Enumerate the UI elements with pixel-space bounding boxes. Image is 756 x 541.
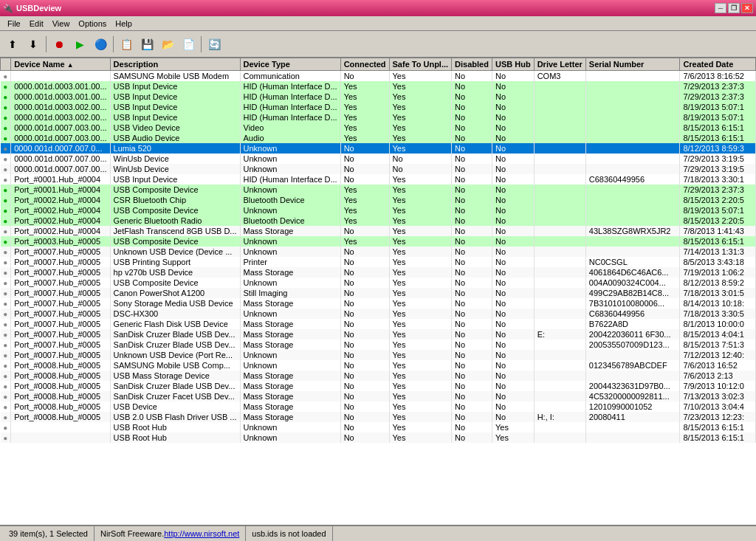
cell-device-type: HID (Human Interface D... <box>240 174 340 185</box>
menu-file[interactable]: File <box>3 18 25 30</box>
col-serial-number[interactable]: Serial Number <box>585 58 680 71</box>
cell-serial-number <box>585 422 680 433</box>
table-row[interactable]: ●Port_#0002.Hub_#0004JetFlash Transcend … <box>1 226 756 236</box>
table-row[interactable]: ●Port_#0007.Hub_#0005SanDisk Cruzer Blad… <box>1 340 756 350</box>
cell-drive-letter <box>534 309 585 319</box>
table-row[interactable]: ●Port_#0008.Hub_#0005SAMSUNG Mobile USB … <box>1 360 756 371</box>
table-row[interactable]: ●Port_#0007.Hub_#0005Unknown USB Device … <box>1 350 756 360</box>
row-icon: ● <box>1 205 11 216</box>
table-row[interactable]: ●Port_#0003.Hub_#0005USB Composite Devic… <box>1 236 756 247</box>
menu-help[interactable]: Help <box>111 18 137 30</box>
minimize-button[interactable]: ─ <box>715 3 726 13</box>
table-row[interactable]: ●Port_#0001.Hub_#0004USB Composite Devic… <box>1 185 756 195</box>
col-device-type[interactable]: Device Type <box>240 58 340 71</box>
table-row[interactable]: ●SAMSUNG Mobile USB ModemCommunicationNo… <box>1 71 756 82</box>
table-row[interactable]: ●Port_#0002.Hub_#0004Generic Bluetooth R… <box>1 216 756 226</box>
cell-created-date: 7/8/2013 1:41:43 <box>680 226 756 236</box>
tb-btn-9[interactable]: 📄 <box>179 35 198 54</box>
col-description[interactable]: Description <box>110 58 240 71</box>
table-row[interactable]: ●Port_#0007.Hub_#0005hp v270b USB Device… <box>1 267 756 278</box>
tb-btn-5[interactable]: 🔵 <box>91 35 110 54</box>
menu-view[interactable]: View <box>48 18 75 30</box>
table-container[interactable]: Device Name ▲ Description Device Type Co… <box>0 58 756 525</box>
cell-created-date: 8/1/2013 10:00:0 <box>680 319 756 329</box>
col-device-name[interactable]: Device Name ▲ <box>11 58 110 71</box>
col-connected[interactable]: Connected <box>340 58 389 71</box>
table-row[interactable]: ●Port_#0008.Hub_#0005USB Mass Storage De… <box>1 371 756 381</box>
tb-btn-7[interactable]: 💾 <box>137 35 157 54</box>
cell-created-date: 7/6/2013 2:13 <box>680 371 756 381</box>
green-dot-icon: ● <box>3 124 7 132</box>
table-row[interactable]: ●Port_#0001.Hub_#0004USB Input DeviceHID… <box>1 174 756 185</box>
cell-serial-number: 12010990001052 <box>585 402 680 412</box>
table-row[interactable]: ●USB Root HubUnknownNoYesNoYes8/15/2013 … <box>1 433 756 443</box>
tb-btn-10[interactable]: 🔄 <box>205 35 224 54</box>
cell-drive-letter <box>534 112 585 123</box>
table-row[interactable]: ●Port_#0008.Hub_#0005SanDisk Cruzer Face… <box>1 391 756 402</box>
table-row[interactable]: ●0000.001d.0007.003.00...USB Audio Devic… <box>1 133 756 143</box>
cell-device-name: 0000.001d.0007.003.00... <box>11 133 110 143</box>
restore-button[interactable]: ❐ <box>728 3 740 13</box>
table-row[interactable]: ●Port_#0007.Hub_#0005DSC-HX300UnknownNoY… <box>1 309 756 319</box>
col-usb-hub[interactable]: USB Hub <box>492 58 535 71</box>
cell-connected: No <box>340 257 389 267</box>
cell-description: SanDisk Cruzer Blade USB Dev... <box>110 340 240 350</box>
tb-btn-2[interactable]: ⬇ <box>24 35 43 54</box>
cell-usb-hub: No <box>492 143 535 154</box>
close-button[interactable]: ✕ <box>741 3 753 13</box>
cell-serial-number: 0123456789ABCDEF <box>585 360 680 371</box>
table-row[interactable]: ●0000.001d.0007.007.0...Lumia 520Unknown… <box>1 143 756 154</box>
cell-usb-hub: No <box>492 195 535 205</box>
cell-description: Unknown USB Device (Device ... <box>110 247 240 257</box>
table-row[interactable]: ●0000.001d.0003.002.00...USB Input Devic… <box>1 102 756 112</box>
table-row[interactable]: ●0000.001d.0007.007.00...WinUsb DeviceUn… <box>1 154 756 164</box>
cell-drive-letter <box>534 123 585 133</box>
cell-device-name: Port_#0001.Hub_#0004 <box>11 174 110 185</box>
table-row[interactable]: ●Port_#0002.Hub_#0004USB Composite Devic… <box>1 205 756 216</box>
col-safe-to-unplug[interactable]: Safe To Unpl... <box>389 58 452 71</box>
cell-device-type: Mass Storage <box>240 391 340 402</box>
status-link[interactable]: http://www.nirsoft.net <box>164 529 239 538</box>
col-disabled[interactable]: Disabled <box>452 58 492 71</box>
tb-btn-3[interactable]: ⏺ <box>49 35 69 54</box>
tb-btn-6[interactable]: 📋 <box>117 35 136 54</box>
cell-created-date: 7/18/2013 3:30:1 <box>680 174 756 185</box>
row-icon: ● <box>1 433 11 443</box>
table-row[interactable]: ●USB Root HubUnknownNoYesNoYes8/15/2013 … <box>1 422 756 433</box>
table-row[interactable]: ●Port_#0008.Hub_#0005SanDisk Cruzer Blad… <box>1 381 756 391</box>
cell-description: USB Root Hub <box>110 433 240 443</box>
table-row[interactable]: ●Port_#0007.Hub_#0005Unknown USB Device … <box>1 247 756 257</box>
col-icon[interactable] <box>1 58 11 71</box>
tb-btn-1[interactable]: ⬆ <box>3 35 22 54</box>
tb-btn-8[interactable]: 📂 <box>158 35 177 54</box>
cell-description: USB Video Device <box>110 123 240 133</box>
table-row[interactable]: ●Port_#0007.Hub_#0005Generic Flash Disk … <box>1 319 756 329</box>
table-row[interactable]: ●0000.001d.0003.001.00...USB Input Devic… <box>1 81 756 92</box>
col-created-date[interactable]: Created Date <box>680 58 756 71</box>
table-row[interactable]: ●Port_#0008.Hub_#0005USB DeviceMass Stor… <box>1 402 756 412</box>
table-row[interactable]: ●0000.001d.0007.007.00...WinUsb DeviceUn… <box>1 164 756 174</box>
table-row[interactable]: ●Port_#0007.Hub_#0005Canon PowerShot A12… <box>1 288 756 298</box>
cell-device-type: Mass Storage <box>240 340 340 350</box>
cell-device-name: Port_#0008.Hub_#0005 <box>11 371 110 381</box>
table-row[interactable]: ●0000.001d.0007.003.00...USB Video Devic… <box>1 123 756 133</box>
table-row[interactable]: ●Port_#0007.Hub_#0005USB Composite Devic… <box>1 278 756 288</box>
cell-safe-to-unplug: Yes <box>389 391 452 402</box>
col-drive-letter[interactable]: Drive Letter <box>534 58 585 71</box>
gray-dot-icon: ● <box>3 279 7 287</box>
menu-options[interactable]: Options <box>74 18 111 30</box>
table-row[interactable]: ●Port_#0002.Hub_#0004CSR Bluetooth ChipB… <box>1 195 756 205</box>
cell-disabled: No <box>452 195 492 205</box>
table-row[interactable]: ●Port_#0008.Hub_#0005USB 2.0 USB Flash D… <box>1 412 756 422</box>
tb-btn-4[interactable]: ▶ <box>70 35 89 54</box>
table-row[interactable]: ●Port_#0007.Hub_#0005USB Printing Suppor… <box>1 257 756 267</box>
menu-edit[interactable]: Edit <box>25 18 48 30</box>
table-row[interactable]: ●0000.001d.0003.001.00...USB Input Devic… <box>1 92 756 102</box>
cell-serial-number: 200535507009D123... <box>585 340 680 350</box>
cell-description: SAMSUNG Mobile USB Comp... <box>110 360 240 371</box>
cell-connected: Yes <box>340 195 389 205</box>
table-row[interactable]: ●0000.001d.0003.002.00...USB Input Devic… <box>1 112 756 123</box>
table-row[interactable]: ●Port_#0007.Hub_#0005Sony Storage Media … <box>1 298 756 309</box>
cell-connected: No <box>340 433 389 443</box>
table-row[interactable]: ●Port_#0007.Hub_#0005SanDisk Cruzer Blad… <box>1 329 756 340</box>
